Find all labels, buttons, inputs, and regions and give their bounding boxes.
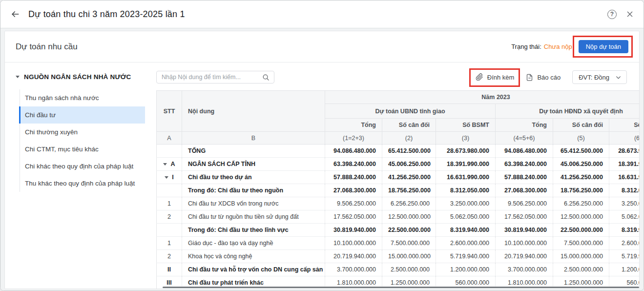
col-header-content: Nội dung: [182, 91, 325, 132]
row-label: Trong đó: Chi đầu tư theo nguồn: [182, 184, 325, 197]
sidebar-items: Thu ngân sách nhà nướcChi đầu tưChi thườ…: [20, 89, 145, 192]
row-label: Chi đầu tư XDCB vốn trong nước: [182, 197, 325, 210]
table-row[interactable]: ANGÂN SÁCH CẤP TỈNH63.398.240.00045.006.…: [157, 158, 640, 171]
row-value: 65.412.500.000: [553, 145, 609, 158]
col-group-hdnd: Dự toán HĐND xã quyết định: [496, 104, 640, 119]
row-label: Trong đó: Chi đầu tư theo lĩnh vực: [182, 224, 325, 237]
row-value: 15.000.000.000: [382, 250, 436, 263]
row-value: 10.100.000.000: [325, 237, 382, 250]
col-letter: A: [157, 132, 182, 145]
row-value: 22.500.000.000: [382, 224, 436, 237]
row-expand-caret-icon[interactable]: [165, 176, 168, 179]
sidebar-item[interactable]: Chi khác theo quy định của pháp luật: [20, 158, 145, 175]
table-row[interactable]: TỔNG94.086.480.00065.412.500.00028.673.9…: [157, 145, 640, 158]
row-value: 16.631.990.000: [609, 171, 640, 184]
close-icon[interactable]: [625, 9, 635, 19]
row-value: 9.506.250.000: [496, 197, 553, 210]
row-value: 94.086.480.000: [325, 145, 382, 158]
page-title: Dự toán nhu cầu: [16, 42, 78, 52]
sidebar-item-label: Chi đầu tư: [25, 111, 56, 119]
row-value: 27.068.300.000: [496, 184, 553, 197]
search-box: [156, 71, 274, 83]
col-letter: (2): [382, 132, 436, 145]
row-stt: [157, 184, 182, 197]
row-value: 57.888.240.000: [496, 171, 553, 184]
table-row[interactable]: 1Chi đầu tư XDCB vốn trong nước9.506.250…: [157, 197, 640, 210]
toolbar: Đính kèm Báo cáo ĐVT: Đồng: [156, 70, 639, 84]
row-label: TỔNG: [182, 145, 325, 158]
row-value: 8.312.050.000: [436, 184, 496, 197]
sidebar-item[interactable]: Thu ngân sách nhà nước: [20, 89, 145, 106]
row-value: 7.500.000.000: [382, 237, 436, 250]
sidebar-item-label: Chi CTMT, mục tiêu khác: [25, 146, 99, 153]
col-group-ubnd: Dự toán UBND tỉnh giao: [325, 104, 496, 119]
row-value: 20.719.940.000: [496, 250, 553, 263]
table-row[interactable]: 2Khoa học và công nghệ20.719.940.00015.0…: [157, 250, 640, 263]
row-value: 17.562.050.000: [496, 210, 553, 224]
row-value: 28.673.980.000: [609, 145, 640, 158]
row-value: 28.673.980.000: [436, 145, 496, 158]
submit-budget-button[interactable]: Nộp dự toán: [579, 40, 628, 53]
sidebar-item[interactable]: Chi CTMT, mục tiêu khác: [20, 141, 145, 158]
row-value: 3.250.000.000: [436, 197, 496, 210]
unit-dropdown[interactable]: ĐVT: Đồng: [572, 70, 627, 84]
row-label: Giáo dục - đào tạo và dạy nghề: [182, 237, 325, 250]
sidebar-item[interactable]: Thu khác theo quy định của pháp luật: [20, 175, 145, 192]
row-value: 3.250.000.000: [609, 197, 640, 210]
col-header: Tổng: [325, 119, 382, 132]
row-expand-caret-icon[interactable]: [163, 163, 167, 166]
report-button[interactable]: Báo cáo: [526, 74, 561, 81]
sidebar-item-label: Chi khác theo quy định của pháp luật: [25, 163, 133, 170]
row-stt: [157, 145, 182, 158]
table-row[interactable]: Trong đó: Chi đầu tư theo lĩnh vực30.819…: [157, 224, 640, 237]
row-value: 8.312.050.000: [609, 184, 640, 197]
table-row[interactable]: 1Giáo dục - đào tạo và dạy nghề10.100.00…: [157, 237, 640, 250]
row-label: Khoa học và công nghệ: [182, 250, 325, 263]
sidebar-item[interactable]: Chi đầu tư: [20, 106, 145, 124]
col-group-year: Năm 2023: [325, 91, 640, 104]
row-value: 12.500.000.000: [382, 210, 436, 224]
search-input[interactable]: [162, 74, 262, 81]
back-button[interactable]: [9, 8, 21, 20]
col-letter: (3): [436, 132, 496, 145]
row-value: 10.100.000.000: [496, 237, 553, 250]
row-value: 6.256.250.000: [553, 197, 609, 210]
table-row[interactable]: IChi đầu tư theo dự án57.888.240.00041.2…: [157, 171, 640, 184]
sidebar-group-header[interactable]: NGUỒN NGÂN SÁCH NHÀ NƯỚC: [5, 70, 156, 85]
attach-button[interactable]: Đính kèm: [476, 73, 515, 81]
table-row[interactable]: IIChi đầu tư và hỗ trợ vốn cho DN cung c…: [157, 263, 640, 276]
toolbar-right: Đính kèm Báo cáo ĐVT: Đồng: [476, 70, 627, 84]
row-value: 3.700.000.000: [325, 263, 382, 276]
row-value: 15.000.000.000: [553, 250, 609, 263]
horizontal-scrollbar[interactable]: [163, 287, 639, 288]
row-value: 17.562.050.000: [325, 210, 382, 224]
col-letter: (5): [553, 132, 609, 145]
row-value: 41.256.250.000: [553, 171, 609, 184]
table-row[interactable]: 2Chi đầu tư từ nguồn thu tiền sử dụng đấ…: [157, 210, 640, 224]
row-stt: 1: [157, 237, 182, 250]
col-header: Tổng: [496, 119, 553, 132]
row-value: 22.500.000.000: [553, 224, 609, 237]
row-value: 2.600.000.000: [436, 237, 496, 250]
col-letter: (1=2+3): [325, 132, 382, 145]
row-value: 2.600.000.000: [609, 237, 640, 250]
row-stt: 2: [157, 250, 182, 263]
row-value: 6.256.250.000: [382, 197, 436, 210]
row-stt: I: [157, 171, 182, 184]
app-body: Dự toán nhu cầu Trạng thái: Chưa nộp Nộp…: [0, 28, 644, 291]
status-label: Trạng thái:: [511, 43, 541, 50]
arrow-left-icon: [10, 9, 20, 19]
col-header: Số BSMT: [436, 119, 496, 132]
table-row[interactable]: Trong đó: Chi đầu tư theo nguồn27.068.30…: [157, 184, 640, 197]
row-value: 45.006.250.000: [382, 158, 436, 171]
row-stt: 1: [157, 197, 182, 210]
row-value: 30.819.940.000: [325, 224, 382, 237]
search-icon: [262, 74, 270, 81]
paperclip-icon: [476, 73, 483, 81]
sidebar-item[interactable]: Chi thường xuyên: [20, 124, 145, 141]
row-value: 63.398.240.000: [496, 158, 553, 171]
row-value: 57.888.240.000: [325, 171, 382, 184]
row-value: 5.719.940.000: [609, 250, 640, 263]
row-label: NGÂN SÁCH CẤP TỈNH: [182, 158, 325, 171]
help-icon[interactable]: ?: [607, 10, 617, 19]
